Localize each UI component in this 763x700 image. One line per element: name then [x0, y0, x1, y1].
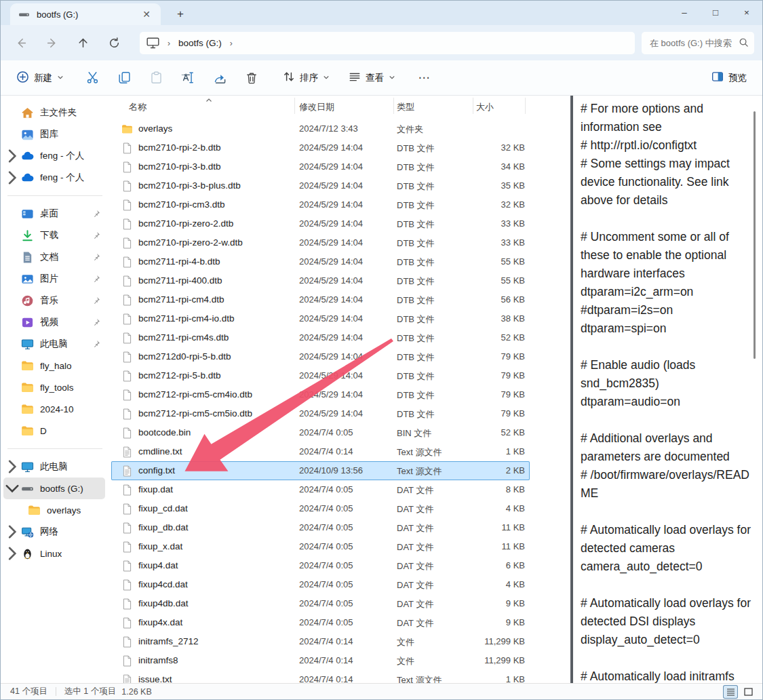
new-button[interactable]: 新建 — [10, 66, 70, 90]
file-row[interactable]: bcm2710-rpi-zero-2.dtb2024/5/29 14:04DTB… — [111, 214, 530, 233]
forward-icon[interactable] — [41, 31, 64, 54]
sort-button[interactable]: 排序 — [277, 66, 336, 90]
sidebar-item-bootfs (G:)[interactable]: bootfs (G:) — [3, 478, 105, 499]
column-header-type[interactable]: 类型 — [397, 101, 414, 113]
file-row[interactable]: fixup4cd.dat2024/7/4 0:05DAT 文件4 KB — [111, 575, 530, 594]
sidebar-item-Linux[interactable]: Linux — [3, 543, 105, 564]
column-header-name[interactable]: 名称 — [129, 101, 146, 113]
column-separator[interactable] — [294, 98, 295, 114]
minimize-button[interactable]: – — [669, 1, 700, 24]
sidebar-item-视频[interactable]: 视频 — [3, 311, 105, 333]
file-date: 2024/7/4 0:05 — [299, 598, 353, 608]
file-row[interactable]: bcm2710-rpi-zero-2-w.dtb2024/5/29 14:04D… — [111, 233, 530, 252]
preview-line: #dtparam=i2s=on — [581, 301, 749, 319]
chevron-right-icon[interactable] — [3, 545, 21, 562]
file-row[interactable]: bootcode.bin2024/7/4 0:05BIN 文件52 KB — [111, 423, 530, 442]
search-input[interactable] — [650, 38, 739, 48]
sidebar-item-D[interactable]: D — [3, 420, 105, 442]
refresh-icon[interactable] — [102, 31, 125, 54]
column-header-size[interactable]: 大小 — [476, 101, 494, 113]
file-row[interactable]: bcm2710-rpi-cm3.dtb2024/5/29 14:04DTB 文件… — [111, 195, 530, 214]
chevron-right-icon[interactable] — [3, 147, 21, 165]
sidebar-item-文档[interactable]: 文档 — [3, 246, 105, 268]
copy-button[interactable] — [111, 66, 137, 90]
sidebar-item-fly_tools[interactable]: fly_tools — [3, 376, 105, 398]
sidebar-item-feng - 个人[interactable]: feng - 个人 — [3, 145, 105, 167]
column-separator[interactable] — [525, 98, 526, 114]
rename-button[interactable] — [175, 66, 201, 90]
file-row[interactable]: bcm2712-rpi-cm5-cm4io.dtb2024/5/29 14:04… — [111, 385, 530, 404]
column-header-date[interactable]: 修改日期 — [299, 101, 334, 113]
tab-bootfs[interactable]: bootfs (G:) ✕ — [10, 3, 161, 25]
file-row[interactable]: bcm2710-rpi-3-b-plus.dtb2024/5/29 14:04D… — [111, 176, 530, 195]
breadcrumb-drive[interactable]: bootfs (G:) — [178, 38, 222, 48]
file-row[interactable]: fixup_x.dat2024/7/4 0:05DAT 文件11 KB — [111, 537, 530, 556]
file-row[interactable]: overlays2024/7/12 3:43文件夹 — [111, 119, 530, 138]
file-row[interactable]: bcm2710-rpi-3-b.dtb2024/5/29 14:04DTB 文件… — [111, 157, 530, 176]
sidebar-item-音乐[interactable]: 音乐 — [3, 290, 105, 311]
share-button[interactable] — [207, 66, 233, 90]
file-row[interactable]: config.txt2024/10/9 13:56Text 源文件2 KB — [111, 461, 530, 480]
file-row[interactable]: fixup4.dat2024/7/4 0:05DAT 文件6 KB — [111, 556, 530, 575]
file-row[interactable]: fixup4x.dat2024/7/4 0:05DAT 文件9 KB — [111, 613, 530, 632]
sidebar-item-fly_halo[interactable]: fly_halo — [3, 355, 105, 376]
file-row[interactable]: bcm2711-rpi-cm4.dtb2024/5/29 14:04DTB 文件… — [111, 290, 530, 309]
sidebar-item-图片[interactable]: 图片 — [3, 268, 105, 290]
more-options-icon[interactable]: ⋯ — [411, 66, 437, 90]
back-icon[interactable] — [9, 31, 32, 54]
delete-button[interactable] — [239, 66, 265, 90]
preview-toggle-button[interactable]: 预览 — [705, 66, 753, 90]
cut-button[interactable] — [79, 66, 105, 90]
sidebar-item-此电脑[interactable]: 此电脑 — [3, 333, 105, 355]
sidebar-item-feng - 个人[interactable]: feng - 个人 — [3, 167, 105, 189]
large-icons-view-icon[interactable] — [741, 685, 756, 699]
view-button[interactable]: 查看 — [343, 66, 402, 90]
sidebar-item-label: bootfs (G:) — [40, 484, 83, 494]
file-size: 79 KB — [463, 351, 525, 362]
chevron-down-icon[interactable] — [3, 480, 21, 497]
file-row[interactable]: bcm2712d0-rpi-5-b.dtb2024/5/29 14:04DTB … — [111, 347, 530, 366]
file-row[interactable]: fixup4db.dat2024/7/4 0:05DAT 文件9 KB — [111, 594, 530, 613]
sidebar-item-label: 图片 — [40, 273, 58, 285]
sidebar-item-网络[interactable]: 网络 — [3, 521, 105, 543]
file-row[interactable]: bcm2711-rpi-cm4-io.dtb2024/5/29 14:04DTB… — [111, 309, 530, 328]
chevron-right-icon[interactable] — [3, 523, 21, 541]
tab-close-icon[interactable]: ✕ — [139, 7, 154, 22]
file-row[interactable]: issue.txt2024/7/4 0:14Text 源文件1 KB — [111, 670, 530, 683]
search-icon[interactable] — [739, 37, 749, 50]
file-row[interactable]: bcm2711-rpi-cm4s.dtb2024/5/29 14:04DTB 文… — [111, 328, 530, 347]
file-row[interactable]: initramfs_27122024/7/4 0:14文件11,299 KB — [111, 632, 530, 651]
file-row[interactable]: initramfs82024/7/4 0:14文件11,299 KB — [111, 651, 530, 670]
chevron-right-icon[interactable] — [3, 169, 21, 187]
maximize-button[interactable]: □ — [700, 1, 731, 24]
column-separator[interactable] — [473, 98, 473, 114]
paste-button[interactable] — [143, 66, 169, 90]
sidebar-item-overlays[interactable]: overlays — [3, 499, 105, 521]
file-row[interactable]: bcm2712-rpi-5-b.dtb2024/5/29 14:04DTB 文件… — [111, 366, 530, 385]
new-tab-button[interactable]: + — [172, 6, 189, 22]
file-row[interactable]: bcm2711-rpi-4-b.dtb2024/5/29 14:04DTB 文件… — [111, 252, 530, 271]
sidebar-item-下载[interactable]: 下载 — [3, 225, 105, 246]
file-row[interactable]: fixup_db.dat2024/7/4 0:05DAT 文件11 KB — [111, 518, 530, 537]
this-pc-icon[interactable] — [146, 37, 159, 49]
sidebar-item-2024-10[interactable]: 2024-10 — [3, 398, 105, 420]
sidebar-item-主文件夹[interactable]: 主文件夹 — [3, 102, 105, 123]
file-row[interactable]: bcm2712-rpi-cm5-cm5io.dtb2024/5/29 14:04… — [111, 404, 530, 423]
file-row[interactable]: bcm2711-rpi-400.dtb2024/5/29 14:04DTB 文件… — [111, 271, 530, 290]
file-row[interactable]: fixup.dat2024/7/4 0:05DAT 文件8 KB — [111, 480, 530, 499]
sidebar-item-此电脑[interactable]: 此电脑 — [3, 456, 105, 478]
file-icon — [121, 256, 133, 268]
preview-scrollbar[interactable] — [754, 111, 756, 359]
file-row[interactable]: bcm2710-rpi-2-b.dtb2024/5/29 14:04DTB 文件… — [111, 138, 530, 157]
close-button[interactable]: × — [731, 1, 762, 24]
view-toggles — [723, 685, 756, 699]
details-view-icon[interactable] — [723, 685, 738, 699]
preview-text: # For more options andinformation see# h… — [581, 100, 749, 683]
sidebar-item-图库[interactable]: 图库 — [3, 123, 105, 145]
file-row[interactable]: cmdline.txt2024/7/4 0:14Text 源文件1 KB — [111, 442, 530, 461]
sidebar-item-桌面[interactable]: 桌面 — [3, 203, 105, 225]
file-row[interactable]: fixup_cd.dat2024/7/4 0:05DAT 文件4 KB — [111, 499, 530, 518]
column-separator[interactable] — [393, 98, 394, 114]
up-icon[interactable] — [71, 31, 94, 54]
chevron-right-icon[interactable] — [3, 458, 21, 475]
